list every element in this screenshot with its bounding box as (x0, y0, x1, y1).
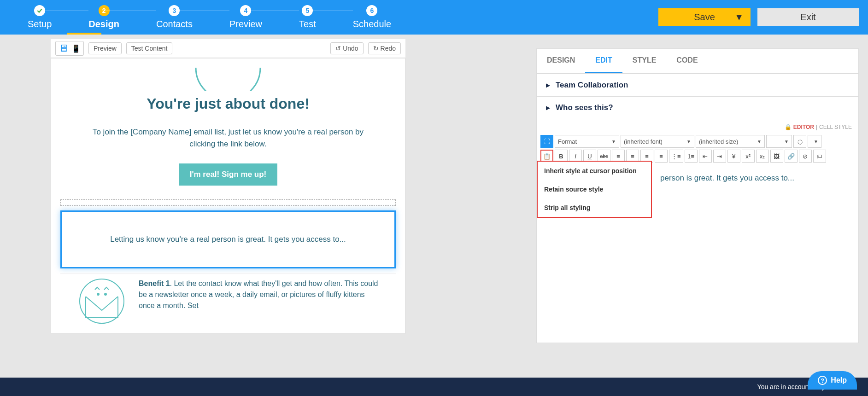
paste-options-menu: Inherit style at cursor position Retain … (537, 161, 652, 218)
tab-style[interactable]: STYLE (622, 49, 667, 73)
canvas-toolbar: 🖥 📱 Preview Test Content ↺ Undo ↻ Redo (51, 39, 405, 58)
step-label: Setup (28, 19, 52, 29)
insert-tag-button[interactable]: 🏷 (813, 150, 826, 163)
caret-down-icon: ▼ (784, 139, 789, 144)
account-prefix: You are in account: (757, 383, 814, 390)
step-setup[interactable]: Setup (9, 5, 70, 29)
font-label: (inherited font) (624, 138, 663, 145)
active-step-underline (67, 33, 101, 35)
font-select[interactable]: (inherited font)▼ (621, 135, 694, 148)
triangle-right-icon: ▶ (546, 105, 550, 111)
step-label: Design (88, 19, 119, 29)
drop-zone[interactable] (60, 199, 396, 206)
top-nav: Setup 2 Design 3 Contacts 4 Preview 5 Te… (0, 0, 868, 35)
numbered-list-button[interactable]: 1≡ (685, 150, 698, 163)
step-num: 5 (302, 5, 313, 16)
tab-design[interactable]: DESIGN (537, 49, 585, 73)
step-num: 6 (366, 5, 377, 16)
step-test[interactable]: 5 Test (281, 5, 334, 29)
editor-breadcrumb: 🔒 EDITOR | CELL STYLE (537, 119, 858, 135)
breadcrumb-editor[interactable]: EDITOR (793, 124, 814, 130)
save-button[interactable]: Save▼ (658, 8, 751, 26)
undo-button[interactable]: ↺ Undo (330, 42, 363, 54)
panel-tabs: DESIGN EDIT STYLE CODE (537, 49, 858, 74)
benefit-title: Benefit 1 (139, 280, 170, 287)
preview-button[interactable]: Preview (88, 42, 122, 54)
bullet-list-button[interactable]: ⋮≡ (669, 150, 683, 163)
accordion-who-sees-this[interactable]: ▶ Who sees this? (537, 97, 858, 119)
save-label: Save (694, 12, 715, 23)
viewport-toggle[interactable]: 🖥 📱 (55, 41, 84, 56)
desktop-icon[interactable]: 🖥 (59, 42, 69, 54)
clear-format-button[interactable]: ◌ (793, 135, 806, 148)
paste-strip-style[interactable]: Strip all styling (538, 198, 651, 217)
lock-icon: 🔒 (785, 124, 792, 130)
step-contacts[interactable]: 3 Contacts (138, 5, 211, 29)
breadcrumb-cell-style[interactable]: CELL STYLE (819, 124, 852, 130)
accordion-label: Who sees this? (556, 103, 613, 112)
caret-down-icon: ▼ (734, 12, 744, 23)
indent-button[interactable]: ⇥ (713, 150, 726, 163)
caret-down-icon: ▼ (686, 139, 691, 144)
email-heading[interactable]: You're just about done! (60, 95, 396, 112)
size-label: (inherited size) (699, 138, 738, 145)
redo-button[interactable]: ↻ Redo (368, 42, 401, 54)
tab-code[interactable]: CODE (666, 49, 708, 73)
inspector-pane: DESIGN EDIT STYLE CODE ▶ Team Collaborat… (456, 35, 868, 378)
step-label: Schedule (353, 19, 391, 29)
step-preview[interactable]: 4 Preview (211, 5, 281, 29)
format-row-1: ⛶ Format▼ (inherited font)▼ (inherited s… (540, 135, 855, 148)
unlink-button[interactable]: ⊘ (799, 150, 812, 163)
svg-point-2 (104, 293, 107, 296)
benefit-body: . Let the contact know what they'll get … (139, 280, 378, 309)
outdent-button[interactable]: ⇤ (699, 150, 712, 163)
step-label: Contacts (156, 19, 193, 29)
size-select[interactable]: (inherited size)▼ (696, 135, 765, 148)
wizard-steps: Setup 2 Design 3 Contacts 4 Preview 5 Te… (9, 5, 410, 29)
format-select[interactable]: Format▼ (555, 135, 619, 148)
step-label: Test (299, 19, 316, 29)
paste-inherit-style[interactable]: Inherit style at cursor position (538, 162, 651, 180)
format-label: Format (558, 138, 577, 145)
arc-decoration (191, 68, 265, 91)
insert-image-button[interactable]: 🖼 (770, 150, 783, 163)
benefit-icon (74, 278, 129, 324)
accordion-label: Team Collaboration (556, 81, 628, 90)
selected-text-block[interactable]: Letting us know you're a real person is … (60, 210, 396, 268)
align-justify-button[interactable]: ≡ (655, 150, 668, 163)
help-button[interactable]: ? Help (808, 371, 857, 390)
paste-retain-style[interactable]: Retain source style (538, 180, 651, 198)
inspector-panel: DESIGN EDIT STYLE CODE ▶ Team Collaborat… (536, 48, 859, 343)
tab-edit[interactable]: EDIT (585, 49, 622, 73)
svg-point-0 (80, 279, 124, 323)
superscript-button[interactable]: x² (742, 150, 755, 163)
insert-link-button[interactable]: 🔗 (785, 150, 798, 163)
triangle-right-icon: ▶ (546, 82, 550, 88)
expand-button[interactable]: ⛶ (540, 135, 553, 148)
email-intro[interactable]: To join the [Company Name] email list, j… (79, 126, 377, 150)
question-icon: ? (818, 376, 827, 385)
email-canvas[interactable]: You're just about done! To join the [Com… (51, 58, 405, 334)
selected-text[interactable]: Letting us know you're a real person is … (76, 235, 381, 244)
step-design[interactable]: 2 Design (70, 5, 138, 29)
color-select[interactable]: ▼ (766, 135, 792, 148)
footer-bar: You are in account: Yay Software (0, 378, 868, 396)
insert-currency-button[interactable]: ¥ (727, 150, 740, 163)
help-label: Help (831, 376, 847, 384)
redo-label: Redo (381, 45, 396, 52)
caret-down-icon: ▼ (757, 139, 762, 144)
exit-button[interactable]: Exit (757, 8, 859, 26)
more-select[interactable]: ▼ (808, 135, 821, 148)
cta-button[interactable]: I'm real! Sign me up! (179, 163, 278, 186)
mobile-icon[interactable]: 📱 (71, 44, 81, 53)
benefit-text[interactable]: Benefit 1. Let the contact know what the… (139, 278, 382, 324)
caret-down-icon: ▼ (814, 139, 818, 144)
editor-visible-text: person is great. It gets you access to..… (660, 174, 794, 182)
test-content-button[interactable]: Test Content (126, 42, 173, 54)
benefit-row[interactable]: Benefit 1. Let the contact know what the… (60, 273, 396, 324)
accordion-team-collaboration[interactable]: ▶ Team Collaboration (537, 74, 858, 97)
undo-label: Undo (343, 45, 358, 52)
subscript-button[interactable]: x₂ (756, 150, 769, 163)
step-schedule[interactable]: 6 Schedule (334, 5, 410, 29)
svg-point-1 (97, 293, 100, 296)
